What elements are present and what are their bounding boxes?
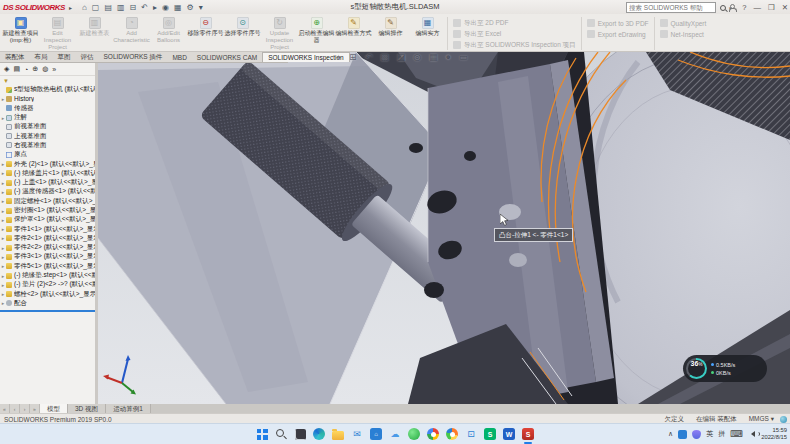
store-button[interactable]: ⌂ xyxy=(369,427,383,441)
file-explorer-button[interactable] xyxy=(331,427,345,441)
tree-item[interactable]: ▸ (-) 绝缘垫.step<1> (默认<<默认> xyxy=(0,271,95,280)
ribbon-button[interactable]: ✎ 编辑检查方式 xyxy=(335,16,372,51)
ime-mode[interactable]: 拼 xyxy=(718,429,725,439)
export-button[interactable]: Export to 3D PDF xyxy=(587,18,649,28)
task-view-button[interactable] xyxy=(293,427,307,441)
status-globe-icon[interactable] xyxy=(780,416,787,423)
browser-2-button[interactable] xyxy=(445,427,459,441)
help-search-box[interactable]: ▾ xyxy=(626,2,716,13)
quick-access-icon[interactable]: ◉ xyxy=(162,3,169,12)
search-input[interactable] xyxy=(627,4,719,11)
app-green-button[interactable] xyxy=(407,427,421,441)
ribbon-button[interactable]: ▦ 编辑实方 xyxy=(409,16,446,51)
search-icon[interactable] xyxy=(719,4,727,12)
quick-access-icon[interactable]: ↶ xyxy=(141,3,148,12)
tree-item[interactable]: ▸ History xyxy=(0,94,95,103)
ribbon-tab[interactable]: 布局 xyxy=(30,52,53,62)
ribbon-tab[interactable]: 草图 xyxy=(53,52,76,62)
panel-split-bar[interactable] xyxy=(0,310,95,312)
view-tool-icon[interactable]: ↶ xyxy=(365,52,373,63)
wps-w-button[interactable]: W xyxy=(502,427,516,441)
taskbar-search-button[interactable] xyxy=(274,427,288,441)
performance-overlay[interactable]: 36% 0.5KB/s 0KB/s xyxy=(683,355,767,382)
tray-chevron-icon[interactable]: ∧ xyxy=(668,430,673,438)
tree-item[interactable]: 前视基准面 xyxy=(0,122,95,131)
ribbon-button[interactable]: ⊙ 选择零件序号 xyxy=(224,16,261,51)
quick-access-icon[interactable]: ▦ xyxy=(174,3,182,12)
tray-shield-icon[interactable] xyxy=(692,430,701,439)
tree-item[interactable]: ▸ 固定螺栓<1> (默认<<默认>_显示 xyxy=(0,197,95,206)
tree-item[interactable]: ▸ 零件3<1> (默认<<默认>_显示状态 xyxy=(0,252,95,261)
export-button[interactable]: 导出至 2D PDF xyxy=(453,18,576,28)
panel-tab-icon[interactable]: ▤ xyxy=(13,65,20,73)
tree-item[interactable]: ▸ 零件2<1> (默认<<默认>_显示状态 xyxy=(0,234,95,243)
ribbon-button[interactable]: ▣ 新建检查项目 (imp:检) xyxy=(2,16,39,51)
ribbon-tab[interactable]: SOLIDWORKS CAM xyxy=(192,52,262,62)
ribbon-button[interactable]: ◔ Add Characteristic xyxy=(113,16,150,51)
quick-access-icon[interactable]: ▸ xyxy=(153,3,157,12)
restore-button[interactable]: ❐ xyxy=(768,3,775,12)
view-tool-icon[interactable]: ◪ xyxy=(397,52,406,63)
export-button[interactable]: Net-Inspect xyxy=(660,29,707,39)
close-button[interactable]: ✕ xyxy=(782,3,788,12)
tree-item[interactable]: 原点 xyxy=(0,150,95,159)
view-tool-icon[interactable]: ● xyxy=(446,52,451,63)
edge-browser-button[interactable] xyxy=(312,427,326,441)
quick-access-icon[interactable]: ▤ xyxy=(104,3,112,12)
tree-filter[interactable]: ▼ xyxy=(0,76,95,85)
ribbon-tab[interactable]: 评估 xyxy=(76,52,99,62)
quick-access-icon[interactable]: ▾ xyxy=(199,3,203,12)
ribbon-tab[interactable]: 装配体 xyxy=(0,52,30,62)
wps-s-button[interactable]: S xyxy=(483,427,497,441)
tree-item[interactable]: ▸ 配合 xyxy=(0,299,95,308)
ribbon-button[interactable]: ▤ Edit Inspection Project xyxy=(39,16,76,51)
speaker-icon[interactable] xyxy=(748,431,755,437)
view-tool-icon[interactable]: ⌖ xyxy=(336,52,341,63)
quick-access-icon[interactable]: ⊟ xyxy=(130,3,137,12)
tree-item[interactable]: ▸ 零件1<1> (默认<<默认>_显示状态 xyxy=(0,224,95,233)
tree-item[interactable]: ▸ 零件2<2> (默认<<默认>_显示状态 xyxy=(0,243,95,252)
graphics-viewport[interactable]: ⌖⊞↶▧◪◎▦●▭ 凸台-拉伸1 <- 零件1<1> 36% 0.5KB/s 0… xyxy=(98,52,790,404)
ribbon-tab[interactable]: MBD xyxy=(167,52,191,62)
view-tool-icon[interactable]: ▭ xyxy=(459,52,468,63)
export-button[interactable]: QualityXpert xyxy=(660,18,707,28)
help-button[interactable]: ? xyxy=(742,3,746,12)
ime-language[interactable]: 英 xyxy=(706,429,713,439)
onedrive-button[interactable]: ☁ xyxy=(388,427,402,441)
tree-item[interactable]: ▸ 零件5<1> (默认<<默认>_显示状态 xyxy=(0,262,95,271)
view-tool-icon[interactable]: ⊞ xyxy=(349,52,357,63)
panel-tab-icon[interactable]: ◍ xyxy=(42,65,48,73)
tree-item[interactable]: 右视基准面 xyxy=(0,141,95,150)
tree-item[interactable]: ▸ 保护罩<1> (默认<<默认>_显示状 xyxy=(0,215,95,224)
view-tool-icon[interactable]: ◎ xyxy=(413,52,421,63)
export-button[interactable]: 导出至 SOLIDWORKS Inspection 项目 xyxy=(453,40,576,50)
login-user-icon[interactable] xyxy=(728,4,735,11)
filter-icon[interactable]: ▼ xyxy=(3,78,9,84)
browser-1-button[interactable] xyxy=(426,427,440,441)
taskbar-clock[interactable]: 15:59 2022/8/15 xyxy=(761,427,787,441)
tree-item[interactable]: ▸ (-) 上盖<1> (默认<<默认>_显示状 xyxy=(0,178,95,187)
ribbon-button[interactable]: ▥ 新建检查表 xyxy=(76,16,113,51)
mail-button[interactable]: ✉ xyxy=(350,427,364,441)
panel-tab-icon[interactable]: ⊕ xyxy=(32,65,38,73)
tree-item[interactable]: 传感器 xyxy=(0,104,95,113)
tree-item[interactable]: ▸ 密封圈<1> (默认<<默认>_显示状 xyxy=(0,206,95,215)
panel-tab-icon[interactable]: ◈ xyxy=(4,65,9,73)
panel-tab-icon[interactable]: » xyxy=(52,66,56,73)
view-tool-icon[interactable]: ▦ xyxy=(429,52,438,63)
pc-manager-button[interactable]: ⊡ xyxy=(464,427,478,441)
quick-access-icon[interactable]: ⌂ xyxy=(82,3,87,12)
quick-access-icon[interactable]: ▢ xyxy=(92,3,100,12)
tree-item[interactable]: ▸ 螺栓<2> (默认<<默认>_显示状态 xyxy=(0,290,95,299)
tray-blue-app-icon[interactable] xyxy=(678,430,687,439)
panel-tab-icon[interactable]: ◔ xyxy=(24,66,28,73)
menu-expand-icon[interactable]: ▸ xyxy=(69,4,72,11)
tree-item[interactable]: 上视基准面 xyxy=(0,131,95,140)
tree-item[interactable]: ▸ 外壳 (2)<1> (默认<<默认>_显示状 xyxy=(0,159,95,168)
solidworks-taskbar-button[interactable]: S xyxy=(521,427,535,441)
ribbon-button[interactable]: ⊕ 启动检查编辑器 xyxy=(298,16,335,51)
ribbon-tab[interactable]: SOLIDWORKS 插件 xyxy=(99,52,168,62)
ribbon-button[interactable]: ✎ 编辑操作 xyxy=(372,16,409,51)
tree-root-item[interactable]: s型短轴散热电机 (默认<默认_显示状态-1> xyxy=(0,85,95,94)
status-item[interactable]: MMGS ▾ xyxy=(749,415,774,423)
